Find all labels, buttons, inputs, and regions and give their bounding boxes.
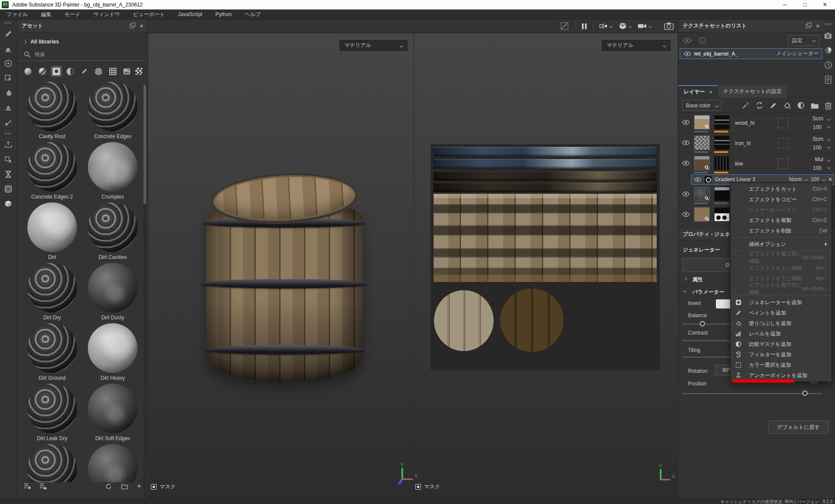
opacity-value[interactable]: 100: [813, 145, 822, 151]
eraser-tool-icon[interactable]: [3, 44, 13, 53]
asset-item[interactable]: Dirt Heavy: [83, 323, 144, 381]
menu-cut-effect[interactable]: エフェクトをカットCtrl+X: [731, 184, 832, 194]
menu-python[interactable]: Python: [209, 11, 238, 17]
eye-icon[interactable]: [682, 140, 690, 146]
layer-mask-thumbnail[interactable]: [714, 115, 730, 129]
history-hourglass-icon[interactable]: [3, 169, 13, 179]
position-slider[interactable]: [682, 393, 822, 394]
3d-view-icon[interactable]: [618, 22, 631, 30]
menu-delete-effect[interactable]: エフェクトを削除Del: [731, 225, 832, 236]
asset-item[interactable]: [22, 444, 83, 482]
paint-tool-icon[interactable]: [3, 29, 13, 39]
log-document-icon[interactable]: [825, 76, 832, 84]
eye-icon[interactable]: [682, 191, 690, 197]
search-input[interactable]: [35, 51, 122, 57]
layer-mask-thumbnail[interactable]: [714, 207, 730, 222]
clone-tool-icon[interactable]: [3, 103, 13, 113]
layer-fill-thumbnail[interactable]: [694, 187, 710, 201]
asset-item[interactable]: Dirt Dry: [22, 263, 83, 321]
add-icon[interactable]: +: [137, 482, 141, 491]
layer-mask-slot[interactable]: [778, 138, 788, 149]
menu-add-levels[interactable]: レベルを追加: [731, 328, 832, 339]
layer-mask-thumbnail[interactable]: [714, 187, 730, 201]
eye-icon[interactable]: [684, 51, 691, 56]
blend-mode[interactable]: Scrn: [812, 136, 823, 142]
effect-opacity[interactable]: 100: [811, 176, 819, 182]
texture-set-settings-dropdown[interactable]: 設定: [788, 35, 819, 46]
channel-dropdown[interactable]: Base color: [682, 100, 722, 111]
menu-add-generator[interactable]: ジェネレーターを追加: [731, 297, 832, 308]
new-folder-icon[interactable]: [121, 483, 128, 490]
chevron-down-icon[interactable]: [827, 145, 831, 149]
grid-view-icon[interactable]: [135, 68, 142, 75]
layer-mask-thumbnail[interactable]: [714, 156, 730, 170]
reset-defaults-button[interactable]: デフォルトに戻す: [768, 421, 829, 434]
asset-item[interactable]: Dirt Soft Edges: [83, 384, 144, 441]
chevron-right-icon[interactable]: [683, 277, 687, 281]
filter-brushes-icon[interactable]: [79, 66, 90, 76]
chevron-down-icon[interactable]: [827, 138, 831, 141]
layer-mask-thumbnail[interactable]: [714, 136, 730, 150]
display-settings-icon[interactable]: [3, 184, 13, 194]
add-paint-layer-icon[interactable]: [769, 102, 777, 109]
shader-label[interactable]: メインシェーダー: [776, 50, 818, 57]
tab-texture-set-settings[interactable]: テクスチャセットの設定: [718, 85, 787, 98]
chevron-down-icon[interactable]: [827, 117, 831, 121]
menu-drawing-options[interactable]: 描画オプション: [731, 239, 832, 249]
close-panel-icon[interactable]: ×: [140, 23, 143, 29]
maximize-button[interactable]: □: [795, 0, 815, 9]
parameters-section-label[interactable]: パラメーター: [692, 288, 724, 296]
close-button[interactable]: ✕: [815, 0, 835, 9]
texture-set-row[interactable]: mt_obj_barrel_A_ メインシェーダー: [680, 48, 822, 59]
eye-icon[interactable]: [682, 212, 690, 217]
add-effect-wand-icon[interactable]: [741, 101, 750, 109]
eye-icon[interactable]: [682, 119, 690, 125]
rail-handle[interactable]: [825, 23, 832, 25]
remove-effect-icon[interactable]: ✕: [828, 176, 832, 182]
eye-icon[interactable]: [694, 177, 701, 182]
close-tab-icon[interactable]: ×: [709, 89, 712, 95]
menu-copy-effect[interactable]: エフェクトをコピーCtrl+C: [731, 194, 832, 205]
asset-item[interactable]: Cavity Rust: [22, 82, 83, 139]
shelf-box-icon[interactable]: [3, 199, 13, 209]
tab-layers[interactable]: レイヤー ×: [678, 85, 718, 98]
layer-fill-thumbnail[interactable]: [694, 156, 710, 170]
opacity-value[interactable]: 100: [813, 165, 822, 171]
asset-item[interactable]: Dirt: [22, 202, 83, 260]
minimize-button[interactable]: ─: [775, 0, 795, 9]
menu-javascript[interactable]: JavaScript: [171, 11, 209, 17]
camera-video-icon[interactable]: [638, 23, 651, 30]
layer-row-line[interactable]: line Mul 100: [678, 154, 835, 174]
float-panel-icon[interactable]: [130, 24, 134, 28]
menu-file[interactable]: ファイル: [0, 11, 34, 18]
asset-item[interactable]: Concrete Edges: [83, 82, 144, 139]
screenshot-camera-icon[interactable]: [664, 22, 674, 30]
split-view-icon[interactable]: [599, 23, 612, 30]
history-clock-icon[interactable]: [824, 61, 832, 69]
material-picker-tool-icon[interactable]: [3, 118, 13, 127]
asset-item[interactable]: Dirt Cavities: [83, 202, 144, 260]
add-folder-icon[interactable]: [811, 102, 819, 109]
float-panel-icon[interactable]: [806, 24, 810, 28]
layer-row-wood-hi[interactable]: wood_hi Scrn 100: [678, 113, 835, 133]
filter-smart-materials-icon[interactable]: [37, 66, 47, 76]
chevron-down-icon[interactable]: [827, 166, 831, 169]
menu-add-compare-mask[interactable]: 比較マスクを追加: [731, 339, 832, 349]
asset-item[interactable]: Dirt Ground: [22, 323, 83, 381]
refresh-icon[interactable]: [105, 483, 112, 490]
assets-scrollbar[interactable]: [144, 85, 146, 497]
menu-mode[interactable]: モード: [58, 11, 87, 18]
pause-engine-icon[interactable]: [582, 23, 587, 29]
polygon-fill-tool-icon[interactable]: [3, 73, 13, 83]
asset-item[interactable]: Crumples: [83, 142, 144, 200]
menu-add-filter[interactable]: フィルターを追加: [731, 349, 832, 360]
attributes-section-label[interactable]: 属性: [692, 276, 703, 283]
filter-smart-masks-icon[interactable]: [51, 66, 62, 76]
chevron-down-icon[interactable]: [683, 289, 686, 292]
chevron-down-icon[interactable]: [805, 178, 808, 181]
eye-refresh-icon[interactable]: [683, 37, 691, 43]
library-selector[interactable]: All libraries: [17, 33, 147, 47]
opacity-value[interactable]: 100: [813, 124, 822, 130]
menu-help[interactable]: ヘルプ: [238, 11, 267, 18]
texture-sheet-2d[interactable]: [431, 144, 660, 370]
